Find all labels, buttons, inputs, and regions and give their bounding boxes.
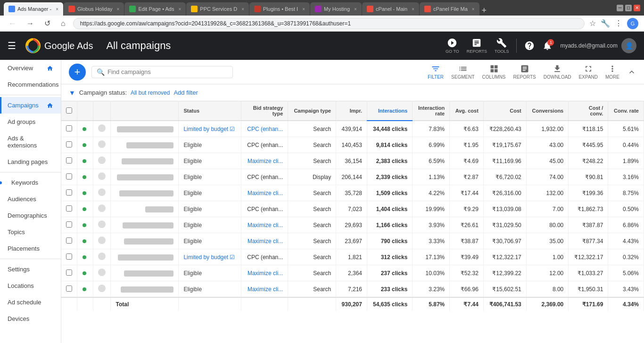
tab-close-7[interactable]: × bbox=[412, 7, 414, 12]
reload-button[interactable]: ↺ bbox=[41, 18, 53, 29]
row-checkbox[interactable] bbox=[61, 233, 77, 249]
header-status[interactable]: Status bbox=[179, 101, 241, 121]
row-name[interactable] bbox=[111, 137, 179, 153]
url-bar[interactable] bbox=[73, 18, 585, 29]
row-checkbox[interactable] bbox=[61, 153, 77, 169]
sidebar-item-recommendations[interactable]: Recommendations bbox=[0, 76, 61, 93]
tab-close-2[interactable]: × bbox=[117, 7, 120, 12]
sidebar-item-keywords[interactable]: Keywords bbox=[0, 174, 61, 191]
sidebar-item-landing-pages[interactable]: Landing pages bbox=[0, 154, 61, 170]
header-checkbox[interactable] bbox=[61, 101, 77, 121]
tab-globus[interactable]: Globus Holiday × bbox=[64, 2, 124, 16]
reports-action[interactable]: REPORTS bbox=[513, 64, 536, 80]
tab-cpanel-file[interactable]: cPanel File Ma × bbox=[420, 2, 479, 16]
tab-ads-manager[interactable]: Ads Manager - × bbox=[4, 2, 63, 16]
bid-strategy-link[interactable]: Maximize cli... bbox=[248, 190, 283, 196]
sidebar-item-topics[interactable]: Topics bbox=[0, 224, 61, 240]
header-cost-per-conv[interactable]: Cost /conv. bbox=[569, 101, 608, 121]
collapse-action[interactable] bbox=[627, 67, 636, 77]
tab-close-6[interactable]: × bbox=[354, 7, 357, 12]
row-name[interactable] bbox=[111, 201, 179, 217]
tab-close-1[interactable]: × bbox=[56, 7, 58, 12]
header-conversions[interactable]: Conversions bbox=[526, 101, 568, 121]
extensions-icon[interactable]: 🔧 bbox=[601, 19, 610, 28]
more-action[interactable]: MORE bbox=[605, 64, 619, 80]
add-campaign-button[interactable]: + bbox=[69, 64, 86, 81]
help-button[interactable] bbox=[524, 41, 535, 51]
select-all-checkbox[interactable] bbox=[66, 107, 72, 114]
close-button[interactable]: ✕ bbox=[634, 5, 640, 11]
menu-icon[interactable]: ⋮ bbox=[615, 19, 622, 28]
row-checkbox[interactable] bbox=[61, 137, 77, 153]
row-checkbox[interactable] bbox=[61, 281, 77, 298]
add-filter-button[interactable]: Add filter bbox=[173, 89, 198, 96]
search-input[interactable] bbox=[107, 68, 228, 75]
back-button[interactable]: ← bbox=[6, 18, 19, 29]
filter-value[interactable]: All but removed bbox=[131, 90, 170, 96]
row-name[interactable] bbox=[111, 249, 179, 265]
minimize-button[interactable]: ─ bbox=[617, 5, 623, 11]
sidebar-item-locations[interactable]: Locations bbox=[0, 278, 61, 294]
tab-plugins[interactable]: Plugins • Best I × bbox=[249, 2, 310, 16]
sidebar-item-placements[interactable]: Placements bbox=[0, 240, 61, 257]
limited-budget-link[interactable]: Limited by budget ☑ bbox=[183, 254, 235, 261]
tab-close-5[interactable]: × bbox=[302, 7, 305, 12]
row-name[interactable] bbox=[111, 233, 179, 249]
bid-strategy-link[interactable]: Maximize cli... bbox=[248, 158, 283, 164]
goto-button[interactable]: GO TO bbox=[446, 38, 459, 54]
bid-strategy-link[interactable]: CPC (enhan... bbox=[247, 126, 283, 132]
profile-area[interactable]: myads.del@gmail.com 👤 bbox=[560, 38, 636, 53]
row-checkbox[interactable] bbox=[61, 201, 77, 217]
bid-strategy-link[interactable]: Maximize cli... bbox=[248, 238, 283, 245]
row-name[interactable] bbox=[111, 281, 179, 298]
sidebar-item-settings[interactable]: Settings bbox=[0, 261, 61, 278]
tab-close-4[interactable]: × bbox=[241, 7, 244, 12]
row-name[interactable] bbox=[111, 169, 179, 185]
notifications-button[interactable]: 1 bbox=[542, 41, 553, 51]
row-name[interactable] bbox=[111, 121, 179, 137]
tab-my-hosting[interactable]: My Hosting × bbox=[310, 2, 362, 16]
tab-close-3[interactable]: × bbox=[178, 7, 181, 12]
sidebar-item-audiences[interactable]: Audiences bbox=[0, 191, 61, 207]
row-checkbox[interactable] bbox=[61, 265, 77, 281]
row-checkbox[interactable] bbox=[61, 121, 77, 137]
reports-button[interactable]: REPORTS bbox=[467, 38, 487, 54]
row-name[interactable] bbox=[111, 217, 179, 233]
limited-budget-link[interactable]: Limited by budget ☑ bbox=[183, 126, 235, 132]
forward-button[interactable]: → bbox=[24, 18, 37, 29]
header-interactions[interactable]: Interactions bbox=[367, 101, 412, 121]
bid-strategy-link[interactable]: Maximize cli... bbox=[248, 270, 283, 277]
row-checkbox[interactable] bbox=[61, 217, 77, 233]
filter-action[interactable]: FILTER bbox=[428, 64, 444, 80]
row-name[interactable] bbox=[111, 153, 179, 169]
sidebar-item-ad-schedule[interactable]: Ad schedule bbox=[0, 294, 61, 310]
header-interaction-rate[interactable]: Interactionrate bbox=[413, 101, 450, 121]
header-cost[interactable]: Cost bbox=[483, 101, 526, 121]
tab-close-8[interactable]: × bbox=[472, 7, 475, 12]
sidebar-item-ads-extensions[interactable]: Ads & extensions bbox=[0, 130, 61, 154]
new-tab-button[interactable]: + bbox=[482, 6, 487, 16]
sidebar-item-overview[interactable]: Overview bbox=[0, 60, 61, 76]
header-campaign-type[interactable]: Campaign type bbox=[288, 101, 336, 121]
header-conv-rate[interactable]: Conv. rate bbox=[608, 101, 644, 121]
browser-profile-icon[interactable]: G bbox=[627, 18, 638, 29]
row-checkbox[interactable] bbox=[61, 249, 77, 265]
download-action[interactable]: DOWNLOAD bbox=[544, 64, 571, 80]
bookmark-icon[interactable]: ☆ bbox=[589, 19, 596, 28]
bid-strategy-link[interactable]: Maximize cli... bbox=[248, 286, 283, 293]
expand-action[interactable]: EXPAND bbox=[579, 64, 598, 80]
bid-strategy-link[interactable]: Maximize cli... bbox=[248, 222, 283, 229]
segment-action[interactable]: SEGMENT bbox=[451, 64, 474, 80]
row-name[interactable] bbox=[111, 265, 179, 281]
header-impr[interactable]: Impr. bbox=[336, 101, 367, 121]
tab-edit-page[interactable]: Edit Page • Ads × bbox=[124, 2, 186, 16]
row-checkbox[interactable] bbox=[61, 169, 77, 185]
columns-action[interactable]: COLUMNS bbox=[482, 64, 506, 80]
maximize-button[interactable]: □ bbox=[625, 5, 632, 11]
header-bid-strategy[interactable]: Bid strategytype bbox=[241, 101, 288, 121]
sidebar-item-campaigns[interactable]: Campaigns bbox=[0, 97, 61, 114]
sidebar-item-demographics[interactable]: Demographics bbox=[0, 207, 61, 224]
header-avg-cost[interactable]: Avg. cost bbox=[450, 101, 484, 121]
row-name[interactable] bbox=[111, 185, 179, 201]
hamburger-menu[interactable]: ☰ bbox=[8, 40, 16, 51]
